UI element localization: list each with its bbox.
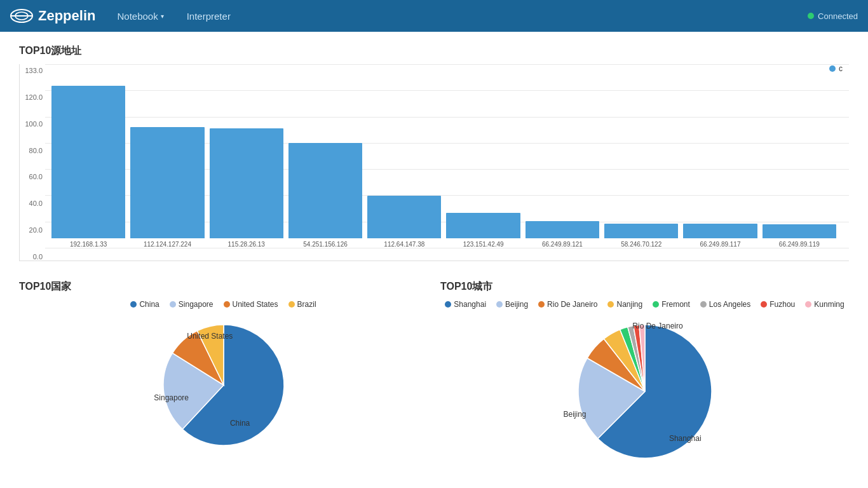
legend-color-dot <box>224 301 230 308</box>
y-label: 133.0 <box>20 67 43 74</box>
main-content: TOP10源地址 c 133.0120.0100.080.060.040.020… <box>0 32 868 480</box>
gridline <box>45 248 849 248</box>
bar-label: 66.249.89.117 <box>700 241 741 248</box>
y-label: 60.0 <box>20 173 43 180</box>
bar-label: 54.251.156.126 <box>303 241 348 248</box>
legend-color-dot <box>130 301 137 308</box>
legend-label: Nanjing <box>616 300 642 309</box>
legend-label: Brazil <box>297 300 316 309</box>
y-label: 0.0 <box>20 253 43 261</box>
y-label: 40.0 <box>20 200 43 207</box>
interpreter-menu[interactable]: Interpreter <box>178 7 240 25</box>
legend-item: Rio De Janeiro <box>538 300 597 309</box>
country-legend: ChinaSingaporeUnited StatesBrazil <box>19 300 428 309</box>
legend-label: Singapore <box>179 300 214 309</box>
top-chart-section: TOP10源地址 c 133.0120.0100.080.060.040.020… <box>19 44 849 261</box>
y-label: 20.0 <box>20 226 43 234</box>
zeppelin-logo <box>10 4 33 27</box>
legend-color-dot <box>496 301 503 308</box>
city-title: TOP10城市 <box>440 280 849 294</box>
bar <box>210 128 283 238</box>
legend-item: Nanjing <box>607 300 642 309</box>
legend-label: China <box>139 300 159 309</box>
bar <box>683 224 757 238</box>
legend-label: Los Angeles <box>709 300 750 309</box>
bar-label: 112.124.127.224 <box>144 241 191 248</box>
connection-status: Connected <box>808 11 858 21</box>
country-pie-container: China Singapore United States <box>141 315 306 455</box>
country-section: TOP10国家 ChinaSingaporeUnited StatesBrazi… <box>19 280 428 468</box>
bar <box>288 143 362 238</box>
bar-group: 112.124.127.224 <box>130 127 204 248</box>
dropdown-arrow-icon: ▾ <box>161 13 164 20</box>
top-chart-title: TOP10源地址 <box>19 44 849 58</box>
legend-label: United States <box>233 300 278 309</box>
legend-label: Beijing <box>505 300 528 309</box>
city-pie-container: Shanghai Beijing Rio De Janeiro <box>543 315 747 468</box>
city-legend: ShanghaiBeijingRio De JaneiroNanjingFrem… <box>440 300 849 309</box>
bar-group: 54.251.156.126 <box>288 143 362 248</box>
legend-color-dot <box>445 301 451 308</box>
y-label: 100.0 <box>20 120 43 128</box>
legend-item: Beijing <box>496 300 528 309</box>
legend-item: Fuzhou <box>761 300 795 309</box>
legend-color-dot <box>700 301 707 308</box>
bar-group: 66.249.89.119 <box>763 224 836 248</box>
bar-label: 115.28.26.13 <box>228 241 265 248</box>
bar-label: 192.168.1.33 <box>70 241 107 248</box>
y-label: 120.0 <box>20 93 43 101</box>
notebook-menu[interactable]: Notebook ▾ <box>108 7 172 25</box>
bar-group: 58.246.70.122 <box>604 224 678 248</box>
bar-group: 66.249.89.117 <box>683 224 757 248</box>
bar-group: 115.28.26.13 <box>210 128 283 248</box>
legend-color-dot <box>288 301 295 308</box>
bar-group: 112.64.147.38 <box>367 196 441 248</box>
bar-label: 123.151.42.49 <box>463 241 504 248</box>
bar-group: 123.151.42.49 <box>446 213 520 248</box>
y-label: 80.0 <box>20 147 43 154</box>
country-title: TOP10国家 <box>19 280 428 294</box>
city-pie-svg <box>543 315 747 468</box>
bar-label: 66.249.89.121 <box>542 241 583 248</box>
legend-label: Kunming <box>814 300 844 309</box>
legend-item: China <box>130 300 159 309</box>
legend-item: Shanghai <box>445 300 486 309</box>
bar <box>604 224 678 238</box>
bar-label: 58.246.70.122 <box>621 241 661 248</box>
legend-color-dot <box>653 301 659 308</box>
legend-color-dot <box>607 301 614 308</box>
bar-group: 192.168.1.33 <box>51 86 125 248</box>
bar-label: 112.64.147.38 <box>384 241 424 248</box>
bar <box>367 196 441 238</box>
legend-label: Fuzhou <box>770 300 795 309</box>
bar-group: 66.249.89.121 <box>526 221 599 248</box>
bar <box>130 127 204 238</box>
legend-color-dot <box>805 301 811 308</box>
navbar-nav: Notebook ▾ Interpreter <box>108 7 239 25</box>
bar <box>763 224 836 238</box>
navbar: Zeppelin Notebook ▾ Interpreter Connecte… <box>0 0 868 32</box>
legend-item: Los Angeles <box>700 300 750 309</box>
legend-item: Singapore <box>170 300 214 309</box>
bottom-section: TOP10国家 ChinaSingaporeUnited StatesBrazi… <box>19 280 849 468</box>
brand[interactable]: Zeppelin <box>10 4 95 27</box>
legend-label: Shanghai <box>454 300 486 309</box>
bar <box>526 221 599 238</box>
legend-color-dot <box>170 301 176 308</box>
legend-label: Fremont <box>661 300 690 309</box>
legend-color-dot <box>538 301 545 308</box>
bar <box>51 86 125 238</box>
legend-item: United States <box>224 300 278 309</box>
bar-label: 66.249.89.119 <box>779 241 820 248</box>
legend-label: Rio De Janeiro <box>547 300 597 309</box>
bar <box>446 213 520 238</box>
legend-item: Brazil <box>288 300 316 309</box>
legend-item: Kunming <box>805 300 844 309</box>
y-axis: 133.0120.0100.080.060.040.020.00.0 <box>20 64 45 261</box>
bar-chart: c 133.0120.0100.080.060.040.020.00.0 192… <box>19 64 849 261</box>
bars-area: 192.168.1.33 112.124.127.224 115.28.26.1… <box>45 64 849 248</box>
country-pie-svg <box>141 315 306 455</box>
city-section: TOP10城市 ShanghaiBeijingRio De JaneiroNan… <box>440 280 849 468</box>
legend-color-dot <box>761 301 767 308</box>
legend-item: Fremont <box>653 300 690 309</box>
